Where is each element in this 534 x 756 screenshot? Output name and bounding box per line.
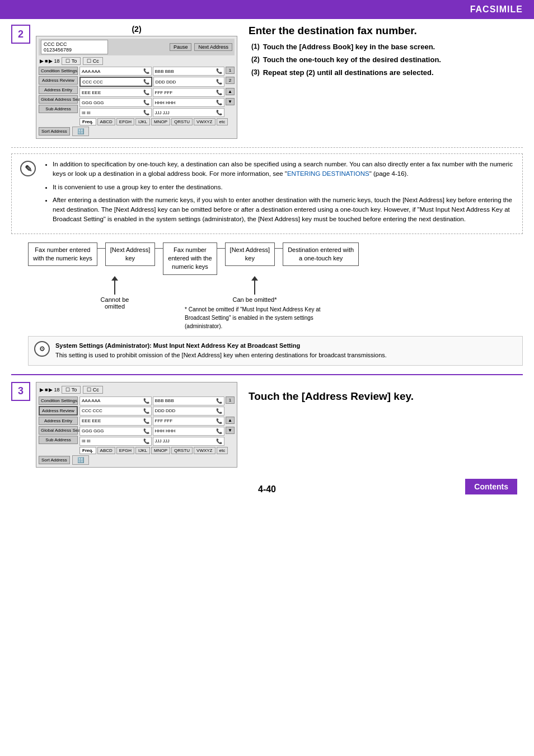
grid-cell[interactable]: GGG GGG📞 [79, 98, 152, 107]
sub-address-btn[interactable]: Sub Address [39, 105, 78, 113]
instruction-item-1: (1) Touch the [Address Book] key in the … [251, 43, 523, 51]
sim3-sidebar: Condition Settings Address Review Addres… [39, 396, 78, 455]
note-item-1: In addition to specification by one-touc… [53, 160, 514, 179]
s3-cell[interactable]: III III📞 [79, 437, 152, 446]
diag-box-5: Destination entered witha one-touch key [283, 242, 359, 267]
grid-cell-selected[interactable]: CCC CCC📞 [79, 77, 152, 87]
s3-sort-icon[interactable]: 🔠 [72, 455, 89, 465]
step3-simulator: ▶■▶18 ☐ To ☐ Cc Condition Settings Addre… [36, 382, 237, 468]
s3-cell[interactable]: FFF FFF📞 [153, 417, 225, 426]
s3-tab-vwxyz[interactable]: VWXYZ [194, 447, 215, 454]
s3-sort-btn[interactable]: Sort Address [39, 456, 70, 464]
contents-button[interactable]: Contents [465, 479, 517, 494]
s3-cell[interactable]: DDD DDD📞 [153, 407, 225, 416]
tab-etc[interactable]: etc [217, 118, 228, 125]
sort-address-btn[interactable]: Sort Address [39, 127, 70, 136]
sim3-grid: AAA AAA📞 BBB BBB📞 1 CCC CCC📞 DDD DDD📞 E [79, 396, 235, 455]
to3-indicator: ☐ To [62, 386, 81, 394]
sim-tabs: Freq. ABCD EFGH IJKL MNOP QRSTU VWXYZ et… [79, 118, 235, 125]
diagram-flow-row: Fax number enteredwith the numeric keys … [28, 242, 523, 275]
s3-cell[interactable]: GGG GGG📞 [79, 427, 152, 436]
s3-sub-address-btn[interactable]: Sub Address [39, 436, 78, 444]
s3-address-review-btn[interactable]: Address Review [39, 406, 78, 416]
tab-abcd[interactable]: ABCD [97, 118, 115, 125]
tab-vwxyz[interactable]: VWXYZ [194, 118, 215, 125]
s3-condition-btn[interactable]: Condition Settings [39, 396, 78, 405]
simulator-panel: CCC DCC 0123456789 Pause Next Address ▶■… [36, 36, 237, 139]
note-item-3: After entering a destination with the nu… [53, 195, 514, 225]
condition-settings-btn[interactable]: Condition Settings [39, 67, 78, 75]
s3-tab-freq[interactable]: Freq. [79, 447, 96, 454]
tab-freq[interactable]: Freq. [79, 118, 96, 125]
arrow-can-omit: Can be omitted* * Cannot be omitted if "… [232, 276, 277, 330]
s3-tab-mnop[interactable]: MNOP [151, 447, 170, 454]
step2-section: 2 (2) CCC DCC 0123456789 [11, 25, 523, 139]
grid-cell[interactable]: HHH HHH📞 [153, 98, 225, 107]
grid-cell[interactable]: AAA AAA📞 [79, 67, 152, 76]
sim-panel-3: ▶■▶18 ☐ To ☐ Cc Condition Settings Addre… [36, 382, 237, 468]
instruction-text-2: Touch the one-touch key of the desired d… [263, 55, 441, 64]
tab-efgh[interactable]: EFGH [116, 118, 134, 125]
grid-cell[interactable]: EEE EEE📞 [79, 88, 152, 97]
to-indicator: ☐ To [62, 57, 81, 65]
s3-tab-efgh[interactable]: EFGH [116, 447, 134, 454]
s3-tab-etc[interactable]: etc [217, 447, 228, 454]
s3-tab-ijkl[interactable]: IJKL [135, 447, 150, 454]
global-address-search-btn[interactable]: Global Address Search [39, 95, 78, 104]
grid-cell[interactable]: BBB BBB📞 [153, 67, 225, 76]
grid-cell[interactable]: III III📞 [79, 108, 152, 117]
arrow-cannot-omit: Cannot be omitted [92, 276, 137, 330]
s3-scroll-down[interactable]: ▼ [226, 427, 235, 434]
arrows-row: Cannot be omitted Can be omitted* * Cann… [28, 276, 523, 330]
diagram-item-3: Fax numberentered with thenumeric keys [163, 242, 217, 275]
address-review-btn[interactable]: Address Review [39, 76, 78, 85]
diag-connector-3 [217, 242, 225, 249]
note-icon: ✎ [20, 161, 36, 176]
note-content: In addition to specification by one-touc… [43, 160, 514, 228]
pause-button[interactable]: Pause [170, 43, 192, 51]
s3-cell[interactable]: AAA AAA📞 [79, 396, 152, 405]
grid-cell[interactable]: FFF FFF📞 [153, 88, 225, 97]
scroll-down-btn[interactable]: ▼ [226, 98, 235, 105]
instructions-list: (1) Touch the [Address Book] key in the … [249, 43, 523, 77]
num-btn-2[interactable]: 2 [226, 77, 235, 84]
diag-connector-1 [97, 242, 105, 249]
system-settings-body: This setting is used to prohibit omissio… [55, 352, 387, 358]
grid-cell[interactable]: DDD DDD📞 [153, 77, 225, 87]
s3-cell[interactable]: HHH HHH📞 [153, 427, 225, 436]
s3-tab-qrstu[interactable]: QRSTU [171, 447, 193, 454]
s3-cell[interactable]: CCC CCC📞 [79, 407, 152, 416]
section-divider [11, 147, 523, 148]
diagram-item-2: [Next Address]key [105, 242, 156, 267]
tab-mnop[interactable]: MNOP [151, 118, 170, 125]
note-list: In addition to specification by one-touc… [43, 160, 514, 225]
grid-cell[interactable]: JJJ JJJ📞 [153, 108, 225, 117]
sort-icon[interactable]: 🔠 [72, 127, 89, 136]
s3-global-search-btn[interactable]: Global Address Search [39, 426, 78, 435]
s3-tab-abcd[interactable]: ABCD [97, 447, 115, 454]
diag-box-4: [Next Address]key [225, 242, 275, 267]
sim3-body: Condition Settings Address Review Addres… [39, 396, 235, 455]
system-settings-title: System Settings (Administrator): Must In… [55, 342, 300, 349]
sim3-bottom: Sort Address 🔠 [39, 455, 235, 465]
s3-num-1[interactable]: 1 [226, 396, 235, 404]
s3-cell[interactable]: EEE EEE📞 [79, 417, 152, 426]
diag-box-2: [Next Address]key [105, 242, 156, 267]
step3-badge: 3 [11, 382, 30, 401]
sim3-tabs: Freq. ABCD EFGH IJKL MNOP QRSTU VWXYZ et… [79, 447, 235, 454]
next-address-button[interactable]: Next Address [194, 43, 232, 51]
entering-destinations-link[interactable]: ENTERING DESTINATIONS [287, 170, 369, 177]
num-btn-1[interactable]: 1 [226, 67, 235, 74]
asterisk-note: * Cannot be omitted if "Must Input Next … [185, 305, 325, 330]
diagram-item-1: Fax number enteredwith the numeric keys [28, 242, 97, 267]
tab-ijkl[interactable]: IJKL [135, 118, 150, 125]
s3-cell[interactable]: BBB BBB📞 [153, 396, 225, 405]
s3-scroll-up[interactable]: ▲ [226, 417, 235, 424]
page-header: FACSIMILE [0, 0, 534, 19]
scroll-up-btn[interactable]: ▲ [226, 88, 235, 95]
tab-qrstu[interactable]: QRSTU [171, 118, 193, 125]
s3-cell[interactable]: JJJ JJJ📞 [153, 437, 225, 446]
s3-address-entry-btn[interactable]: Address Entry [39, 417, 78, 425]
address-entry-btn[interactable]: Address Entry [39, 86, 78, 94]
diagram-section: Fax number enteredwith the numeric keys … [28, 242, 523, 330]
